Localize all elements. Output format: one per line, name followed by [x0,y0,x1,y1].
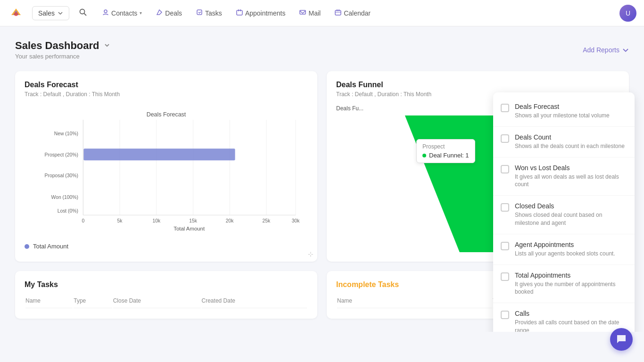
tasks-label: Tasks [205,9,222,17]
nav-calendar[interactable]: Calendar [329,5,376,21]
report-text-total_appointments: Total Appointments It gives you the numb… [515,272,627,296]
svg-line-3 [84,14,87,16]
report-checkbox-won_vs_lost[interactable] [501,165,509,173]
report-item-deals_forecast[interactable]: Deals Forecast Shows all your milestone … [493,96,635,127]
report-checkbox-agent_appointments[interactable] [501,242,509,250]
report-text-deals_forecast: Deals Forecast Shows all your milestone … [515,103,610,120]
tooltip-dot-icon [422,154,426,157]
report-item-calls[interactable]: Calls Provides all calls count based on … [493,303,635,332]
report-item-won_vs_lost[interactable]: Won vs Lost Deals It gives all won deals… [493,157,635,196]
svg-text:Lost (0%): Lost (0%) [58,208,78,214]
appointments-icon [236,9,243,17]
report-checkbox-closed_deals[interactable] [501,203,509,212]
report-checkbox-deals_count[interactable] [501,134,509,143]
search-button[interactable] [79,8,87,18]
legend-label: Total Amount [33,243,68,250]
deals-forecast-chart: Deals Forecast New (10%) Prospect [25,105,308,237]
tasks-icon [196,9,203,17]
user-avatar[interactable]: U [619,5,636,22]
deals-forecast-subtitle: Track : Default , Duration : This Month [25,91,308,98]
svg-text:Proposal (30%): Proposal (30%) [45,173,78,178]
tooltip-value: Deal Funnel: 1 [422,152,469,159]
deals-forecast-title: Deals Forecast [25,81,308,89]
report-checkbox-calls[interactable] [501,311,509,319]
contacts-label: Contacts [111,9,137,17]
nav-tasks[interactable]: Tasks [190,5,228,21]
title-section: Sales Dashboard Your sales performance [15,40,111,60]
svg-text:25k: 25k [263,218,271,223]
report-checkbox-deals_forecast[interactable] [501,104,509,112]
legend-dot [25,244,29,249]
my-tasks-table: Name Type Close Date Created Date [25,296,308,309]
mail-label: Mail [308,9,321,17]
report-desc-total_appointments: It gives you the number of appointments … [515,280,627,296]
appointments-label: Appointments [245,9,286,17]
svg-text:20k: 20k [226,218,234,223]
svg-text:10k: 10k [152,218,161,223]
tooltip-title: Prospect [422,143,469,150]
report-item-agent_appointments[interactable]: Agent Appointments Lists all your agents… [493,234,635,265]
report-checkbox-total_appointments[interactable] [501,272,509,281]
svg-text:New (10%): New (10%) [54,131,78,136]
sales-dropdown[interactable]: Sales [32,6,69,20]
report-text-deals_count: Deals Count Shows all the deals count in… [515,133,625,150]
report-item-total_appointments[interactable]: Total Appointments It gives you the numb… [493,265,635,304]
deals-forecast-card: Deals Forecast Track : Default , Duratio… [15,71,317,262]
svg-point-1 [14,12,18,16]
report-title-deals_forecast: Deals Forecast [515,103,610,110]
svg-text:Total Amount: Total Amount [173,226,205,231]
page-title: Sales Dashboard [15,40,99,52]
report-desc-deals_forecast: Shows all your milestone total volume [515,112,610,120]
svg-text:Prospect (20%): Prospect (20%) [45,152,78,157]
report-item-closed_deals[interactable]: Closed Deals Shows closed deal count bas… [493,196,635,234]
page-content: Sales Dashboard Your sales performance A… [0,26,644,332]
calendar-icon [335,9,341,17]
page-subtitle: Your sales performance [15,53,111,60]
report-title-deals_count: Deals Count [515,133,625,141]
navbar: Sales Contacts ▾ Deals Tasks [0,0,644,26]
tasks-col-close: Close Date [113,297,201,308]
svg-text:Won (100%): Won (100%) [51,195,78,200]
contacts-icon [102,9,109,17]
tasks-col-type: Type [74,297,112,308]
add-reports-label: Add Reports [583,46,619,54]
svg-rect-5 [197,10,202,15]
report-item-deals_count[interactable]: Deals Count Shows all the deals count in… [493,127,635,157]
app-logo[interactable] [8,5,25,22]
svg-rect-6 [237,10,242,15]
report-title-total_appointments: Total Appointments [515,272,627,279]
calendar-label: Calendar [344,9,371,17]
svg-point-4 [104,10,107,13]
dropdown-label: Sales [38,9,55,17]
reports-panel: Deals Forecast Shows all your milestone … [493,92,635,332]
page-header: Sales Dashboard Your sales performance A… [15,40,629,60]
svg-rect-10 [335,10,341,15]
incomplete-col-name: Name [337,297,492,308]
deals-label: Deals [165,9,182,17]
resize-handle[interactable]: ⊹ [308,250,314,258]
report-desc-won_vs_lost: It gives all won deals as well as lost d… [515,173,627,189]
report-title-agent_appointments: Agent Appointments [515,241,615,248]
deals-funnel-title: Deals Funnel [336,81,619,89]
my-tasks-header: Name Type Close Date Created Date [25,297,307,308]
report-text-closed_deals: Closed Deals Shows closed deal count bas… [515,202,627,227]
title-chevron-icon[interactable] [103,41,111,50]
report-desc-deals_count: Shows all the deals count in each milest… [515,142,625,150]
report-text-agent_appointments: Agent Appointments Lists all your agents… [515,241,615,258]
nav-mail[interactable]: Mail [294,5,326,21]
svg-text:Deals Forecast: Deals Forecast [147,111,186,118]
nav-contacts[interactable]: Contacts ▾ [97,5,148,21]
report-text-calls: Calls Provides all calls count based on … [515,310,627,332]
add-reports-button[interactable]: Add Reports [583,46,629,54]
tasks-col-name: Name [25,297,73,308]
svg-rect-37 [83,148,235,160]
svg-text:5k: 5k [117,218,123,223]
nav-appointments[interactable]: Appointments [231,5,291,21]
funnel-tooltip: Prospect Deal Funnel: 1 [416,139,475,163]
deals-icon [156,9,163,17]
contacts-chevron-icon: ▾ [140,10,142,16]
svg-text:15k: 15k [189,218,198,223]
my-tasks-title: My Tasks [25,280,308,289]
report-title-closed_deals: Closed Deals [515,202,627,210]
nav-deals[interactable]: Deals [150,5,188,21]
